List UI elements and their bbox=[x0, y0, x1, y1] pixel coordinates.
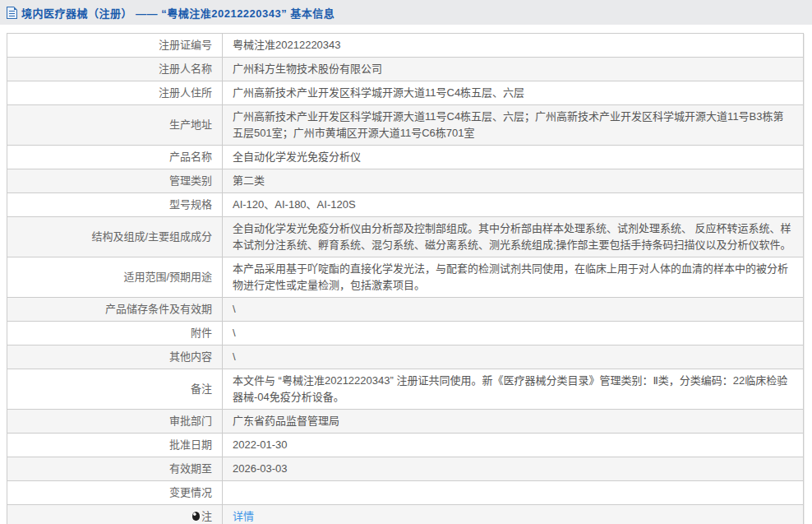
row-value: 广州高新技术产业开发区科学城开源大道11号C4栋五层、六层 bbox=[223, 81, 804, 105]
row-value: 2026-03-03 bbox=[223, 457, 804, 481]
table-row: 批准日期2022-01-30 bbox=[7, 434, 804, 457]
row-label: 结构及组成/主要组成成分 bbox=[7, 217, 223, 257]
table-row: 附件\ bbox=[7, 322, 804, 345]
page-header: 境内医疗器械（注册） —— “粤械注准20212220343” 基本信息 bbox=[0, 0, 812, 25]
row-label: 生产地址 bbox=[7, 105, 223, 146]
table-row: 审批部门广东省药品监督管理局 bbox=[7, 410, 804, 434]
info-table-body: 注册证编号粤械注准20212220343注册人名称广州科方生物技术股份有限公司注… bbox=[7, 34, 804, 524]
row-label: 注 bbox=[7, 505, 223, 524]
row-label: 产品储存条件及有效期 bbox=[7, 298, 223, 322]
table-row: 适用范围/预期用途本产品采用基于吖啶酯的直接化学发光法，与配套的检测试剂共同使用… bbox=[7, 257, 804, 298]
table-row: 备注本文件与 “粤械注准20212220343” 注册证共同使用。新《医疗器械分… bbox=[7, 369, 804, 410]
table-row: 产品名称全自动化学发光免疫分析仪 bbox=[7, 146, 804, 169]
row-label: 注册证编号 bbox=[7, 34, 223, 58]
row-value: 本文件与 “粤械注准20212220343” 注册证共同使用。新《医疗器械分类目… bbox=[223, 369, 804, 410]
row-value: 本产品采用基于吖啶酯的直接化学发光法，与配套的检测试剂共同使用，在临床上用于对人… bbox=[223, 257, 804, 298]
note-bulb-icon bbox=[192, 512, 200, 521]
row-label: 附件 bbox=[7, 322, 223, 345]
row-value: \ bbox=[223, 345, 804, 369]
table-row: 有效期至2026-03-03 bbox=[7, 457, 804, 481]
row-value: 广州高新技术产业开发区科学城开源大道11号C4栋五层、六层；广州高新技术产业开发… bbox=[223, 105, 804, 146]
table-row: 注册证编号粤械注准20212220343 bbox=[7, 34, 804, 58]
row-value: 详情 bbox=[223, 505, 804, 524]
table-row: 注册人名称广州科方生物技术股份有限公司 bbox=[7, 58, 804, 81]
document-icon bbox=[7, 7, 17, 19]
table-container: 注册证编号粤械注准20212220343注册人名称广州科方生物技术股份有限公司注… bbox=[0, 25, 812, 524]
table-row: 结构及组成/主要组成成分全自动化学发光免疫分析仪由分析部及控制部组成。其中分析部… bbox=[7, 217, 804, 257]
row-value: 粤械注准20212220343 bbox=[223, 34, 804, 58]
row-value: AI-120、AI-180、AI-120S bbox=[223, 193, 804, 217]
row-label: 审批部门 bbox=[7, 410, 223, 434]
table-row: 注册人住所广州高新技术产业开发区科学城开源大道11号C4栋五层、六层 bbox=[7, 81, 804, 105]
detail-link[interactable]: 详情 bbox=[233, 510, 254, 522]
device-info-table: 注册证编号粤械注准20212220343注册人名称广州科方生物技术股份有限公司注… bbox=[7, 33, 804, 524]
table-row: 变更情况 bbox=[7, 481, 804, 505]
row-label: 管理类别 bbox=[7, 169, 223, 193]
table-row: 产品储存条件及有效期\ bbox=[7, 298, 804, 322]
row-label: 批准日期 bbox=[7, 434, 223, 457]
table-row: 其他内容\ bbox=[7, 345, 804, 369]
row-value: 广东省药品监督管理局 bbox=[223, 410, 804, 434]
row-label: 变更情况 bbox=[7, 481, 223, 505]
row-value: 第二类 bbox=[223, 169, 804, 193]
row-label: 适用范围/预期用途 bbox=[7, 257, 223, 298]
row-label: 其他内容 bbox=[7, 345, 223, 369]
row-value: 广州科方生物技术股份有限公司 bbox=[223, 58, 804, 81]
table-row: 注详情 bbox=[7, 505, 804, 524]
row-value: \ bbox=[223, 298, 804, 322]
row-label: 产品名称 bbox=[7, 146, 223, 169]
row-label: 注册人名称 bbox=[7, 58, 223, 81]
row-label: 有效期至 bbox=[7, 457, 223, 481]
page-title: 境内医疗器械（注册） —— “粤械注准20212220343” 基本信息 bbox=[21, 5, 334, 21]
row-value: 全自动化学发光免疫分析仪由分析部及控制部组成。其中分析部由样本处理系统、试剂处理… bbox=[223, 217, 804, 257]
row-value: 全自动化学发光免疫分析仪 bbox=[223, 146, 804, 169]
table-row: 管理类别第二类 bbox=[7, 169, 804, 193]
row-label: 备注 bbox=[7, 369, 223, 410]
row-value bbox=[223, 481, 804, 505]
row-label: 注册人住所 bbox=[7, 81, 223, 105]
row-value: 2022-01-30 bbox=[223, 434, 804, 457]
content-area: 境内医疗器械（注册） —— “粤械注准20212220343” 基本信息 注册证… bbox=[0, 0, 812, 524]
table-row: 型号规格AI-120、AI-180、AI-120S bbox=[7, 193, 804, 217]
table-row: 生产地址广州高新技术产业开发区科学城开源大道11号C4栋五层、六层；广州高新技术… bbox=[7, 105, 804, 146]
row-label: 型号规格 bbox=[7, 193, 223, 217]
row-value: \ bbox=[223, 322, 804, 345]
